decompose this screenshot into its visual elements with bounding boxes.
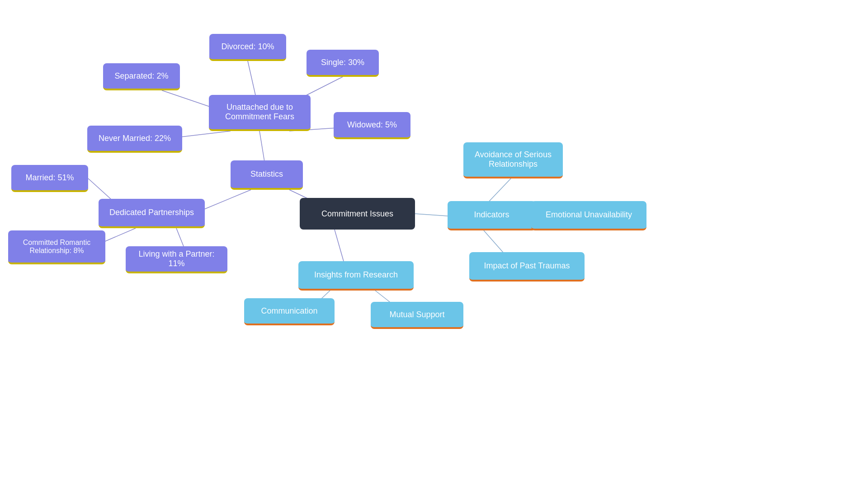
living-partner-node[interactable]: Living with a Partner: 11% (126, 246, 227, 273)
married-node[interactable]: Married: 51% (11, 165, 88, 192)
avoidance-node[interactable]: Avoidance of Serious Relationships (463, 142, 563, 178)
widowed-node[interactable]: Widowed: 5% (334, 112, 410, 139)
mutual-support-node[interactable]: Mutual Support (371, 302, 463, 329)
communication-node[interactable]: Communication (244, 298, 335, 325)
emotional-unavailability-node[interactable]: Emotional Unavailability (531, 201, 646, 230)
single-node[interactable]: Single: 30% (307, 50, 379, 77)
divorced-node[interactable]: Divorced: 10% (209, 34, 286, 61)
svg-line-11 (335, 230, 344, 261)
committed-romantic-node[interactable]: Committed Romantic Relationship: 8% (8, 230, 105, 264)
statistics-node[interactable]: Statistics (231, 160, 303, 190)
svg-line-12 (415, 214, 448, 216)
commitment-issues-node[interactable]: Commitment Issues (300, 198, 415, 230)
impact-past-traumas-node[interactable]: Impact of Past Traumas (469, 252, 585, 282)
separated-node[interactable]: Separated: 2% (103, 63, 180, 90)
never-married-node[interactable]: Never Married: 22% (87, 126, 182, 153)
dedicated-partnerships-node[interactable]: Dedicated Partnerships (99, 199, 205, 228)
unattached-node[interactable]: Unattached due to Commitment Fears (209, 95, 311, 131)
indicators-node[interactable]: Indicators (448, 201, 536, 230)
insights-research-node[interactable]: Insights from Research (298, 261, 414, 291)
